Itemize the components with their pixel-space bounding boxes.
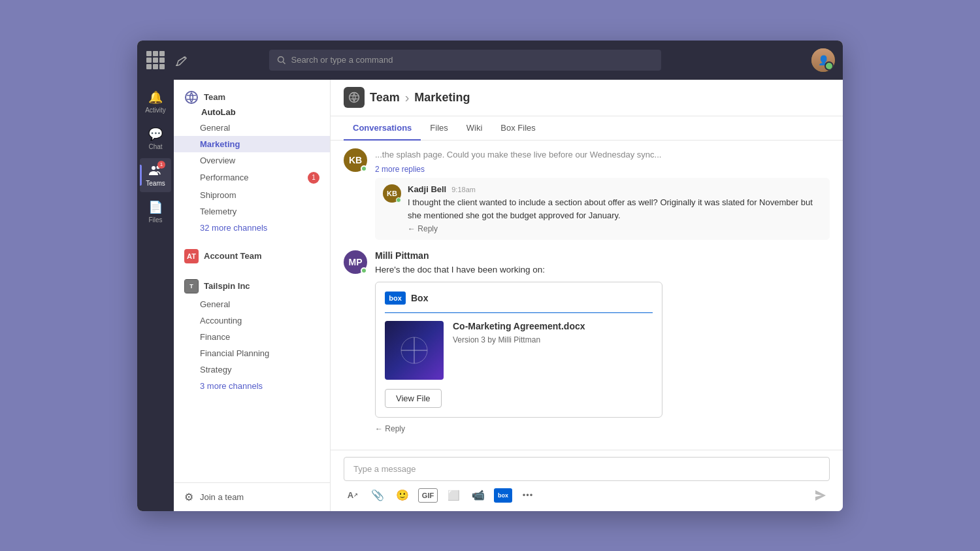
user-avatar[interactable]: 👤 [811, 48, 835, 72]
section-team-label: Team [204, 92, 225, 102]
chat-label: Chat [148, 143, 162, 150]
tab-box-files[interactable]: Box Files [491, 116, 544, 141]
message-group-2: MP Milli Pittman Here's the doc that I h… [344, 250, 830, 433]
apps-button[interactable] [145, 50, 166, 71]
attach-icon[interactable]: 📎 [368, 486, 387, 505]
top-bar: 👤 [137, 41, 843, 80]
channel-finance[interactable]: Finance [174, 329, 330, 345]
reply-time-1: 9:18am [451, 186, 476, 193]
video-icon[interactable]: 📹 [469, 486, 487, 505]
online-dot-2 [361, 267, 367, 274]
accountteam-icon: AT [184, 249, 199, 263]
reply-content-1: Kadji Bell 9:18am I thought the client w… [408, 184, 822, 233]
box-file-info: Co-Marketing Agreement.docx Version 3 by… [453, 321, 653, 344]
apps-grid-icon [146, 51, 165, 69]
msg-text-fade-1: ...the splash page. Could you make these… [375, 148, 830, 161]
channel-financial-planning[interactable]: Financial Planning [174, 345, 330, 361]
tailspin-label: Tailspin Inc [204, 281, 250, 291]
autolab-label: AutoLab [174, 107, 330, 120]
more-channels-tailspin[interactable]: 3 more channels [174, 378, 330, 394]
channel-strategy[interactable]: Strategy [174, 361, 330, 378]
message-input-area: Type a message A↗ 📎 🙂 GIF ⬜ 📹 box ••• [331, 450, 843, 511]
section-header-accountteam[interactable]: AT Account Team [174, 246, 330, 266]
sidebar-section-accountteam: AT Account Team [174, 239, 330, 269]
avatar-initials: 👤 [811, 48, 835, 72]
reply-online-1 [396, 197, 401, 203]
channel-header: Team › Marketing [331, 80, 843, 116]
search-input[interactable] [291, 55, 653, 65]
left-rail: 🔔 Activity 💬 Chat 1 Teams [137, 80, 174, 511]
box-card: box Box [375, 282, 662, 418]
section-header-tailspin[interactable]: T Tailspin Inc [174, 276, 330, 296]
channel-nav: Conversations Files Wiki Box Files [331, 116, 843, 141]
reply-header-1: Kadji Bell 9:18am [408, 184, 822, 194]
team-header-icon [344, 87, 365, 108]
join-team-label: Join a team [200, 492, 244, 502]
box-file-row: Co-Marketing Agreement.docx Version 3 by… [385, 321, 653, 380]
box-thumbnail [385, 321, 444, 380]
input-toolbar: A↗ 📎 🙂 GIF ⬜ 📹 box ••• [344, 486, 830, 505]
join-team-button[interactable]: ⚙ Join a team [174, 482, 330, 511]
channel-accounting[interactable]: Accounting [174, 312, 330, 329]
reply-btn-1[interactable]: ← Reply [408, 224, 822, 233]
box-app-label: Box [411, 293, 428, 303]
message-input-placeholder: Type a message [344, 457, 830, 481]
more-channels-autolab[interactable]: 32 more channels [174, 220, 330, 236]
channel-general-1[interactable]: General [174, 120, 330, 136]
autolab-section-icon [184, 90, 199, 105]
activity-label: Activity [145, 107, 166, 114]
send-button[interactable] [811, 486, 830, 505]
format-icon[interactable]: A↗ [344, 486, 362, 505]
compose-button[interactable] [172, 51, 191, 69]
channel-name: Marketing [414, 91, 470, 105]
reply-avatar-1: KB [383, 184, 401, 203]
breadcrumb-sep: › [405, 90, 410, 105]
rail-item-teams[interactable]: 1 Teams [140, 158, 171, 192]
msg-name-2: Milli Pittman [375, 250, 429, 261]
reply-name-1: Kadji Bell [408, 184, 446, 194]
rail-item-files[interactable]: 📄 Files [140, 195, 171, 229]
channel-title: Team › Marketing [370, 90, 470, 105]
app-window: 👤 🔔 Activity 💬 Chat [137, 41, 843, 511]
gif-icon[interactable]: GIF [418, 488, 438, 503]
tab-conversations[interactable]: Conversations [344, 116, 421, 141]
msg-content-2: Milli Pittman Here's the doc that I have… [375, 250, 830, 433]
sticker-icon[interactable]: ⬜ [444, 486, 463, 505]
svg-point-0 [278, 56, 284, 62]
rail-item-chat[interactable]: 💬 Chat [140, 122, 171, 156]
channel-shiproom[interactable]: Shiproom [174, 187, 330, 203]
tab-wiki[interactable]: Wiki [457, 116, 492, 141]
channel-performance[interactable]: Performance 1 [174, 169, 330, 187]
channel-marketing[interactable]: Marketing [174, 136, 330, 152]
section-header-team[interactable]: Team [174, 88, 330, 107]
files-icon: 📄 [148, 200, 163, 214]
tab-files[interactable]: Files [421, 116, 457, 141]
tailspin-icon: T [184, 279, 199, 293]
box-toolbar-icon[interactable]: box [494, 488, 512, 503]
msg-content-1: ...the splash page. Could you make these… [375, 148, 830, 241]
box-header: box Box [385, 292, 653, 305]
messages-area[interactable]: KB ...the splash page. Could you make th… [331, 141, 843, 450]
channel-telemetry[interactable]: Telemetry [174, 203, 330, 220]
box-file-name: Co-Marketing Agreement.docx [453, 321, 653, 331]
activity-icon: 🔔 [148, 90, 163, 105]
rail-item-activity[interactable]: 🔔 Activity [140, 85, 171, 119]
gear-icon: ⚙ [184, 491, 193, 503]
svg-line-1 [283, 61, 285, 63]
online-dot-1 [361, 165, 367, 172]
svg-point-2 [152, 166, 155, 170]
chat-icon: 💬 [148, 127, 163, 141]
emoji-icon[interactable]: 🙂 [393, 486, 412, 505]
sidebar: Team AutoLab General Marketing Overview … [174, 80, 331, 511]
reply-btn-2[interactable]: ← Reply [375, 424, 830, 433]
more-icon[interactable]: ••• [519, 486, 537, 505]
box-logo: box [385, 292, 406, 305]
search-bar[interactable] [269, 50, 661, 71]
replies-link-1[interactable]: 2 more replies [375, 165, 830, 174]
main-content: 🔔 Activity 💬 Chat 1 Teams [137, 80, 843, 511]
reply-text-1: I thought the client wanted to include a… [408, 196, 822, 222]
view-file-button[interactable]: View File [385, 389, 442, 408]
channel-overview[interactable]: Overview [174, 152, 330, 169]
channel-general-2[interactable]: General [174, 296, 330, 312]
accountteam-label: Account Team [204, 251, 262, 261]
